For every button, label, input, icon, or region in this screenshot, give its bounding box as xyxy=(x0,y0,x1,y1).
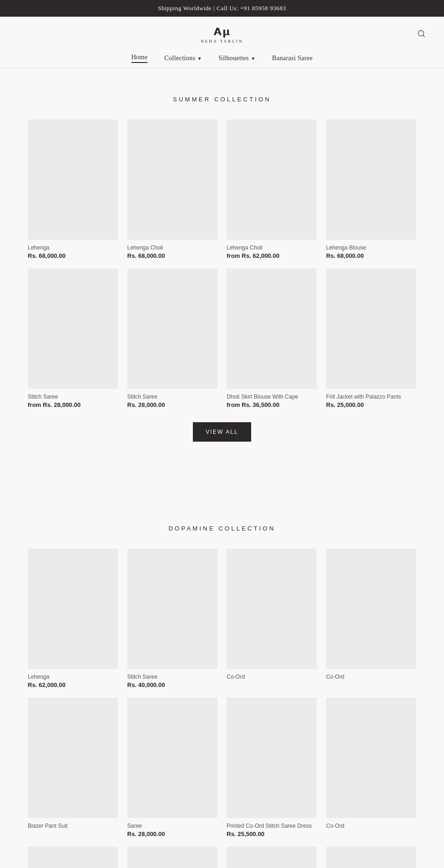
product-card[interactable]: Printed Co-Ord Stitch Saree DressRs. 25,… xyxy=(227,698,317,837)
header: 𝝖𝝻 NEHA TARLIN Home Collections ▼ Silhou… xyxy=(0,17,444,68)
dopamine-product-grid-row1: LehengaRs. 62,000.00Stitch SareeRs. 40,0… xyxy=(28,549,416,688)
product-image xyxy=(326,269,416,389)
product-image xyxy=(28,549,118,669)
product-name: Stitch Saree xyxy=(127,674,217,680)
section-divider xyxy=(0,469,444,497)
logo-icon: 𝝖𝝻 xyxy=(214,26,231,38)
product-image xyxy=(28,847,118,868)
dopamine-collection-section: DOPAMINE COLLECTION LehengaRs. 62,000.00… xyxy=(0,497,444,868)
product-card[interactable]: Stitch SareeRs. 40,000.00 xyxy=(127,549,217,688)
product-name: Lehenga Blouse xyxy=(326,244,416,251)
nav-item-home[interactable]: Home xyxy=(131,54,148,63)
product-card[interactable]: Co-Ord xyxy=(28,847,118,868)
product-card[interactable]: Dhoti Skirt Blouse With Capefrom Rs. 36,… xyxy=(227,269,317,408)
product-name: Lehenga xyxy=(28,674,118,680)
product-card[interactable]: Cape Kurta Set xyxy=(227,847,317,868)
product-name: Stitch Saree xyxy=(127,393,217,400)
product-card[interactable]: Coord Set xyxy=(326,847,416,868)
top-banner: Shipping Worldwide | Call Us: +91 85958 … xyxy=(0,0,444,17)
summer-product-grid-row2: Stitch Sareefrom Rs. 28,000.00Stitch Sar… xyxy=(28,269,416,408)
product-card[interactable]: Co-Ord xyxy=(326,549,416,688)
product-name: Frill Jacket with Palazzo Pants xyxy=(326,393,416,400)
summer-collection-title: SUMMER COLLECTION xyxy=(28,96,416,103)
product-card[interactable]: Blazer Pant Suit xyxy=(28,698,118,837)
product-image xyxy=(127,847,217,868)
product-image xyxy=(227,119,317,240)
product-price: from Rs. 62,000.00 xyxy=(227,252,317,259)
product-card[interactable]: LehengaRs. 62,000.00 xyxy=(28,549,118,688)
product-name: Lehenga Choli xyxy=(227,244,317,251)
product-price: Rs. 68,000.00 xyxy=(326,252,416,259)
logo-name: NEHA TARLIN xyxy=(201,39,243,44)
summer-product-grid-row1: LehengaRs. 68,000.00Lehenga CholiRs. 68,… xyxy=(28,119,416,259)
dopamine-product-grid-row2: Blazer Pant SuitSareeRs. 28,000.00Printe… xyxy=(28,698,416,837)
chevron-down-icon: ▼ xyxy=(251,56,255,61)
product-card[interactable]: Co-Ord xyxy=(127,847,217,868)
product-image xyxy=(227,698,317,818)
product-price: from Rs. 36,500.00 xyxy=(227,401,317,408)
product-image xyxy=(227,847,317,868)
product-image xyxy=(28,698,118,818)
product-card[interactable]: SareeRs. 28,000.00 xyxy=(127,698,217,837)
product-price: Rs. 62,000.00 xyxy=(28,681,118,688)
product-price: Rs. 28,000.00 xyxy=(127,831,217,837)
product-name: Lehenga Choli xyxy=(127,244,217,251)
product-name: Lehenga xyxy=(28,244,118,251)
dopamine-collection-title: DOPAMINE COLLECTION xyxy=(28,525,416,532)
product-image xyxy=(127,698,217,818)
product-name: Dhoti Skirt Blouse With Cape xyxy=(227,393,317,400)
product-image xyxy=(326,847,416,868)
product-image xyxy=(326,119,416,240)
view-all-button[interactable]: VIEW ALL xyxy=(193,422,252,442)
svg-line-1 xyxy=(423,35,424,37)
product-name: Blazer Pant Suit xyxy=(28,823,118,829)
product-image xyxy=(326,698,416,818)
product-price: Rs. 25,000.00 xyxy=(326,401,416,408)
product-image xyxy=(28,269,118,389)
product-name: Co-Ord xyxy=(326,674,416,680)
product-card[interactable]: Lehenga CholiRs. 68,000.00 xyxy=(127,119,217,259)
chevron-down-icon: ▼ xyxy=(197,56,202,61)
product-card[interactable]: Lehenga Cholifrom Rs. 62,000.00 xyxy=(227,119,317,259)
main-content: SUMMER COLLECTION LehengaRs. 68,000.00Le… xyxy=(0,68,444,868)
nav-item-banarasi-saree[interactable]: Banarasi Saree xyxy=(272,54,313,63)
summer-collection-section: SUMMER COLLECTION LehengaRs. 68,000.00Le… xyxy=(0,68,444,469)
product-name: Stitch Saree xyxy=(28,393,118,400)
product-name: Co-Ord xyxy=(227,674,317,680)
product-image xyxy=(326,549,416,669)
product-name: Co-Ord xyxy=(326,823,416,829)
view-all-wrap: VIEW ALL xyxy=(28,422,416,442)
product-image xyxy=(127,269,217,389)
product-card[interactable]: Stitch SareeRs. 28,000.00 xyxy=(127,269,217,408)
nav-item-silhouettes[interactable]: Silhouettes ▼ xyxy=(219,54,256,63)
product-image xyxy=(127,549,217,669)
product-price: Rs. 40,000.00 xyxy=(127,681,217,688)
product-price: Rs. 68,000.00 xyxy=(28,252,118,259)
product-price: from Rs. 28,000.00 xyxy=(28,401,118,408)
product-card[interactable]: LehengaRs. 68,000.00 xyxy=(28,119,118,259)
dopamine-product-grid-row3: Co-OrdCo-OrdCape Kurta SetCoord Set xyxy=(28,847,416,868)
logo[interactable]: 𝝖𝝻 NEHA TARLIN xyxy=(201,26,243,44)
product-image xyxy=(127,119,217,240)
header-top: 𝝖𝝻 NEHA TARLIN xyxy=(18,21,426,48)
product-name: Saree xyxy=(127,823,217,829)
main-nav: Home Collections ▼ Silhouettes ▼ Banaras… xyxy=(131,48,313,68)
product-card[interactable]: Lehenga BlouseRs. 68,000.00 xyxy=(326,119,416,259)
product-price: Rs. 25,500.00 xyxy=(227,831,317,837)
product-card[interactable]: Frill Jacket with Palazzo PantsRs. 25,00… xyxy=(326,269,416,408)
search-icon[interactable] xyxy=(417,30,426,40)
product-price: Rs. 28,000.00 xyxy=(127,401,217,408)
product-image xyxy=(28,119,118,240)
product-name: Printed Co-Ord Stitch Saree Dress xyxy=(227,823,317,829)
product-card[interactable]: Co-Ord xyxy=(227,549,317,688)
product-card[interactable]: Co-Ord xyxy=(326,698,416,837)
product-price: Rs. 68,000.00 xyxy=(127,252,217,259)
product-image xyxy=(227,269,317,389)
nav-item-collections[interactable]: Collections ▼ xyxy=(164,54,202,63)
product-card[interactable]: Stitch Sareefrom Rs. 28,000.00 xyxy=(28,269,118,408)
banner-text: Shipping Worldwide | Call Us: +91 85958 … xyxy=(158,5,286,12)
product-image xyxy=(227,549,317,669)
